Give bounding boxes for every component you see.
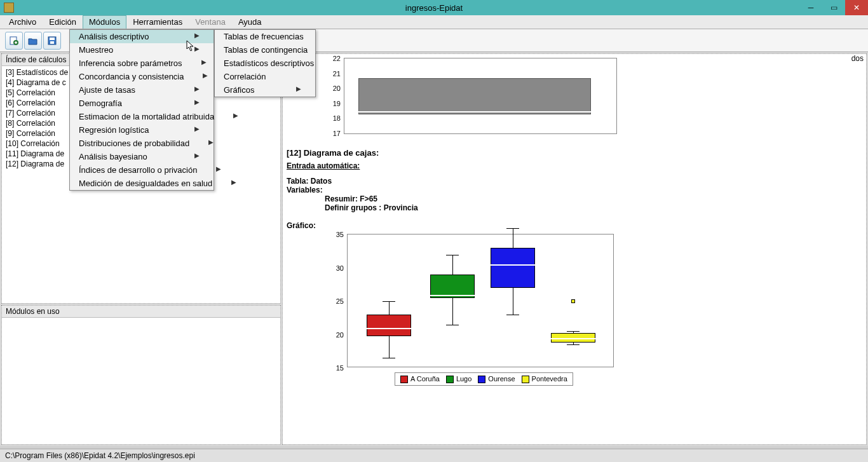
window-title: ingresos-Epidat [0, 3, 868, 13]
save-button[interactable] [43, 32, 61, 50]
menu-modulos[interactable]: Módulos [83, 15, 126, 29]
boxplot-chart: 1520253035 [347, 234, 614, 367]
result-title: [12] Diagrama de cajas: [287, 148, 862, 158]
menu-item[interactable]: Regresión logística▶ [70, 123, 214, 137]
tabla-label: Tabla: Datos [287, 177, 862, 186]
minimize-button[interactable]: ─ [799, 0, 822, 15]
submenu-item[interactable]: Tablas de frecuencias [215, 30, 315, 43]
menu-herramientas[interactable]: Herramientas [126, 15, 189, 29]
menu-item[interactable]: Muestreo▶ [70, 43, 214, 57]
modules-list[interactable] [2, 318, 280, 320]
menu-ayuda[interactable]: Ayuda [232, 15, 268, 29]
menu-item[interactable]: Ajuste de tasas▶ [70, 83, 214, 97]
boxplot-legend: A CoruñaLugoOurensePontevedra [395, 372, 573, 386]
menu-edicion[interactable]: Edición [43, 15, 83, 29]
title-bar: ingresos-Epidat ─ ▭ ✕ [0, 0, 868, 15]
legend-item: Pontevedra [522, 375, 567, 383]
status-bar: C:\Program Files (x86)\Epidat 4.2\Ejempl… [0, 449, 868, 462]
close-button[interactable]: ✕ [845, 0, 868, 15]
save-icon [47, 36, 57, 46]
menu-item[interactable]: Inferencia sobre parámetros▶ [70, 57, 214, 70]
modulos-dropdown[interactable]: Análisis descriptivo▶Muestreo▶Inferencia… [69, 29, 214, 191]
submenu-item[interactable]: Estadísticos descriptivos [215, 57, 315, 70]
status-path: C:\Program Files (x86)\Epidat 4.2\Ejempl… [5, 451, 195, 460]
app-icon [4, 3, 14, 13]
open-button[interactable] [24, 32, 42, 50]
legend-item: A Coruña [400, 375, 440, 383]
menu-item[interactable]: Distribuciones de probabilidad▶ [70, 137, 214, 150]
menu-archivo[interactable]: Archivo [3, 15, 43, 29]
resumir-label: Resumir: F>65 [325, 194, 862, 203]
submenu-item[interactable]: Gráficos▶ [215, 83, 315, 97]
variables-label: Variables: [287, 186, 862, 194]
results-pane[interactable]: dos 22 21 20 19 18 17 [12] Diagrama de c… [282, 53, 867, 445]
maximize-button[interactable]: ▭ [822, 0, 845, 15]
menu-item[interactable]: Estimacion de la mortalidad atribuida▶ [70, 110, 214, 123]
grafico-label: Gráfico: [287, 221, 862, 230]
top-boxplot-fragment: 22 21 20 19 18 17 [344, 58, 617, 134]
menu-item[interactable]: Concordancia y consistencia▶ [70, 70, 214, 83]
definir-label: Definir grupos : Provincia [325, 203, 862, 212]
legend-item: Lugo [446, 375, 471, 383]
svg-rect-3 [50, 37, 55, 40]
new-button[interactable] [5, 32, 23, 50]
menu-item[interactable]: Análisis descriptivo▶ [70, 30, 214, 43]
analisis-descriptivo-submenu[interactable]: Tablas de frecuenciasTablas de contingen… [214, 29, 316, 97]
menu-item[interactable]: Índices de desarrollo o privación▶ [70, 163, 214, 177]
modules-in-use-panel: Módulos en uso [1, 305, 281, 445]
menu-item[interactable]: Análisis bayesiano▶ [70, 150, 214, 163]
top-box [358, 78, 591, 115]
clipped-text: dos [851, 54, 864, 63]
menu-bar: Archivo Edición Módulos Herramientas Ven… [0, 15, 868, 29]
modules-panel-title: Módulos en uso [2, 306, 280, 318]
folder-open-icon [28, 36, 38, 46]
menu-item[interactable]: Demografía▶ [70, 97, 214, 110]
top-box-median [358, 111, 591, 112]
menu-ventana[interactable]: Ventana [189, 15, 232, 29]
legend-item: Ourense [478, 375, 515, 383]
submenu-item[interactable]: Correlación [215, 70, 315, 83]
entrada-label: Entrada automática: [287, 161, 862, 170]
new-file-icon [9, 36, 19, 46]
svg-rect-4 [50, 41, 54, 44]
menu-item[interactable]: Medición de desigualdades en salud▶ [70, 177, 214, 190]
submenu-item[interactable]: Tablas de contingencia [215, 43, 315, 57]
